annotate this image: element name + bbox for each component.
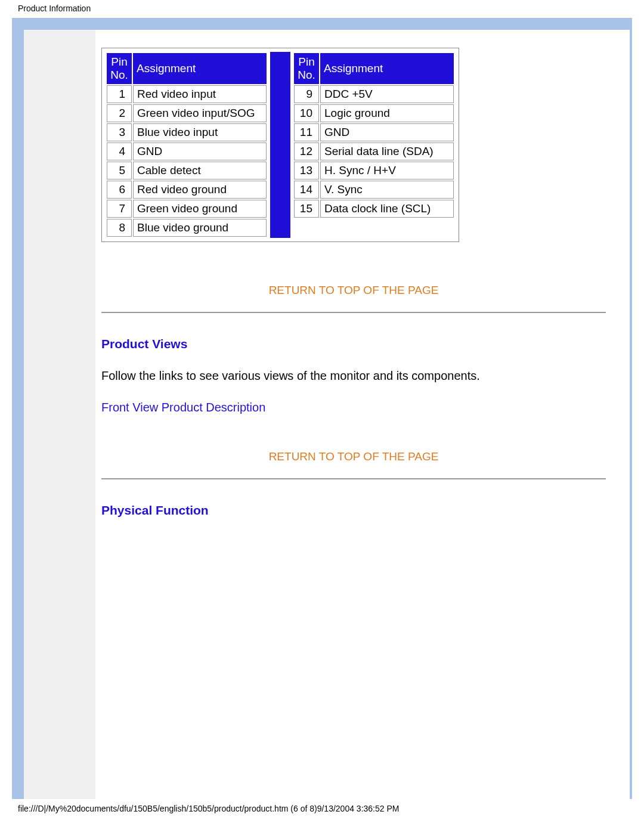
return-to-top-link[interactable]: RETURN TO TOP OF THE PAGE — [101, 450, 606, 463]
left-sidebar-spacer — [24, 30, 95, 799]
col-header-assignment: Assignment — [133, 53, 267, 84]
table-row: 11GND — [294, 123, 454, 141]
table-row: 15Data clock line (SCL) — [294, 200, 454, 218]
main-content: Pin No. Assignment 1Red video input 2Gre… — [95, 30, 630, 553]
page-footer-path: file:///D|/My%20documents/dfu/150B5/engl… — [0, 801, 644, 818]
col-header-assignment: Assignment — [320, 53, 454, 84]
table-row: 4GND — [107, 143, 267, 160]
section-divider — [101, 478, 606, 479]
pin-assignment-table: Pin No. Assignment 1Red video input 2Gre… — [101, 48, 459, 242]
pin-table-left: Pin No. Assignment 1Red video input 2Gre… — [106, 52, 268, 238]
section-divider — [101, 312, 606, 313]
table-divider — [270, 52, 290, 238]
page-header-title: Product Information — [0, 0, 644, 14]
table-row: 8Blue video ground — [107, 219, 267, 237]
frame-inner: Pin No. Assignment 1Red video input 2Gre… — [24, 30, 632, 799]
page-frame: Pin No. Assignment 1Red video input 2Gre… — [12, 18, 632, 799]
table-row: 7Green video ground — [107, 200, 267, 218]
table-row: 13H. Sync / H+V — [294, 162, 454, 179]
table-row: 14V. Sync — [294, 181, 454, 199]
section-heading-physical-function: Physical Function — [101, 503, 606, 518]
pin-table-right: Pin No. Assignment 9DDC +5V 10Logic grou… — [293, 52, 455, 238]
col-header-pin-no: Pin No. — [107, 53, 132, 84]
section-heading-product-views: Product Views — [101, 337, 606, 351]
table-row: 6Red video ground — [107, 181, 267, 199]
table-row: 10Logic ground — [294, 104, 454, 122]
table-row: 12Serial data line (SDA) — [294, 143, 454, 160]
table-row: 2Green video input/SOG — [107, 104, 267, 122]
front-view-link[interactable]: Front View Product Description — [101, 401, 265, 414]
table-row: 9DDC +5V — [294, 85, 454, 103]
table-row: 1Red video input — [107, 85, 267, 103]
table-row: 3Blue video input — [107, 123, 267, 141]
table-row: 5Cable detect — [107, 162, 267, 179]
return-to-top-link[interactable]: RETURN TO TOP OF THE PAGE — [101, 284, 606, 297]
product-views-text: Follow the links to see various views of… — [101, 369, 606, 383]
col-header-pin-no: Pin No. — [294, 53, 319, 84]
